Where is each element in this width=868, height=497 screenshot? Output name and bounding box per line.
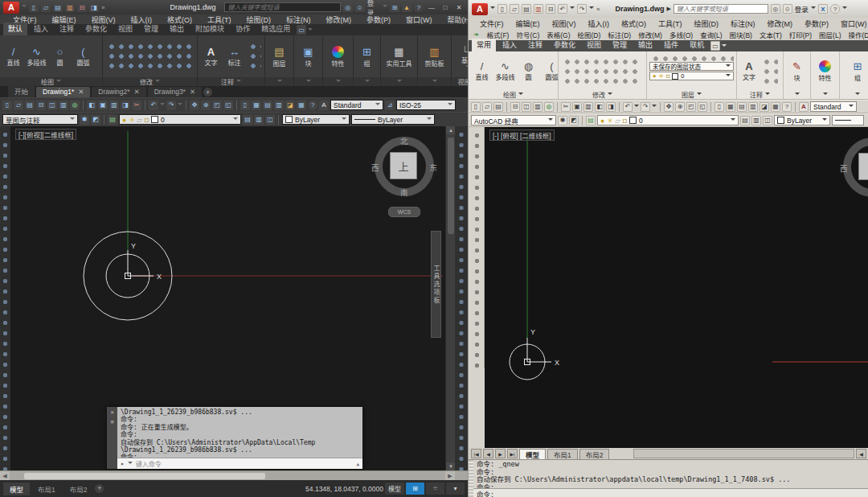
zoom-window-icon[interactable]: ◰ [212,101,222,110]
saveas-icon[interactable]: ▥ [65,2,75,12]
menu-tools[interactable]: 工具(T) [658,18,682,29]
ribbon-tab-home[interactable]: 默认 [3,23,27,35]
designcenter-icon[interactable]: ▦ [252,101,261,110]
prev-tab-icon[interactable]: ◀ [483,449,493,458]
ribbon-tab-output[interactable]: 输出 [633,39,657,51]
text-style-combo[interactable]: Standard [330,100,383,110]
menu2-layer[interactable]: 图层(L) [819,30,841,39]
command-window[interactable]: 命令: _qnew命令:自动保存到 C:\Users\Administrator… [469,459,868,497]
docked-draw-toolbar[interactable] [470,127,485,368]
command-expand-icon[interactable]: ▲ [356,461,359,466]
menu-window[interactable]: 窗口(W) [406,14,432,25]
layer-isolate-icon[interactable]: ▥ [751,116,761,125]
layer-on-bulb-icon[interactable]: ● [600,117,604,125]
group-button[interactable]: ⊞组 [854,60,862,82]
plot-icon[interactable]: ⊟ [546,4,555,14]
text-style-icon[interactable]: A [799,102,809,112]
search-input[interactable] [674,4,768,14]
paste-icon[interactable]: ▥ [109,101,119,110]
dim-style-combo[interactable]: ISO-25 [396,100,456,110]
help-icon[interactable]: ? [782,102,792,112]
ribbon-tab-manage[interactable]: 管理 [139,23,163,35]
toolpalettes-icon[interactable]: ▤ [737,102,747,112]
exchange-apps-icon[interactable]: ▲ [402,2,411,12]
ribbon-tab-annotate[interactable]: 注释 [523,39,547,51]
ribbon-tab-plugins[interactable]: 插件 [659,39,683,51]
viewcube[interactable]: 西 [843,138,868,197]
ribbon-display-icon[interactable]: ▭ [710,41,720,51]
zoom-previous-icon[interactable]: ◱ [223,101,233,110]
new-icon[interactable]: ▯ [2,101,12,110]
layout-tab-layout2[interactable]: 布局2 [63,483,94,495]
annotation-more-grid[interactable] [760,55,778,86]
workspace-combo[interactable]: 草图与注释 [2,114,78,125]
viewcube-top-face[interactable] [858,153,868,180]
utilities-button[interactable]: ▦实用工具 [387,46,412,68]
layer-previous-icon[interactable]: ◫ [265,115,275,125]
layer-properties-icon[interactable]: ▤ [108,115,117,125]
menu-modify[interactable]: 修改(M) [768,18,793,29]
cut-icon[interactable]: ✂ [561,102,571,112]
ribbon-tab-manage[interactable]: 管理 [608,39,632,51]
workspace-settings-gear-icon[interactable]: ✱ [558,116,567,125]
block-button[interactable]: ▣块 [303,46,313,68]
undo-dropdown-icon[interactable] [160,103,165,108]
layer-on-bulb-icon[interactable]: ● [653,72,657,80]
snap-toggle-button[interactable]: ⁘ [426,483,444,495]
panel-layers-label[interactable]: 图层 [682,90,694,99]
compass-north-label[interactable]: 北 [400,135,408,146]
pan-icon[interactable]: ✥ [190,101,199,110]
compass-east-label[interactable]: 东 [429,162,437,173]
quickcalc-icon[interactable]: ▦ [771,102,780,112]
layer-combo[interactable]: ● ✳ ▱ ◘ 0 [119,114,241,125]
search-expand-icon[interactable]: ▶ [666,6,670,12]
menu-file[interactable]: 文件(F) [480,18,504,29]
layers-button[interactable]: ▤图层 [273,46,286,68]
pan-icon[interactable]: ✥ [664,102,674,112]
web-icon[interactable]: ◍ [70,101,80,110]
open-icon[interactable]: ▱ [482,102,492,112]
menu2-block[interactable]: 图块(B) [730,30,752,39]
menu2-operate[interactable]: 操作(D) [848,30,868,39]
first-tab-icon[interactable]: |◀ [471,449,481,458]
compass-south-label[interactable]: 南 [400,187,408,198]
app-logo-icon[interactable]: A [3,2,19,14]
dimension-tool[interactable]: ↔标注 [223,46,245,67]
help-icon[interactable]: ? [308,101,317,110]
layer-properties-icon[interactable]: ▤ [586,116,596,125]
web-icon[interactable]: ◍ [544,102,554,112]
quickcalc-icon[interactable]: ▦ [297,101,306,110]
text-style-combo[interactable]: Standard [810,101,857,112]
panel-annotation-label[interactable]: 注释 [221,77,234,86]
undo-icon[interactable]: ↶ [558,4,567,14]
block-editor-icon[interactable]: ◨ [606,102,616,112]
command-input[interactable]: ▸ 键入命令 ▲ [117,458,362,469]
layer-previous-icon[interactable]: ◫ [763,116,772,125]
qat-more-icon[interactable]: » [101,4,104,11]
menu-parametric[interactable]: 参数(P) [805,18,829,29]
zoom-window-icon[interactable]: ◰ [686,102,696,112]
new-tab-button[interactable]: + [203,88,212,97]
toolpalettes-icon[interactable]: ▤ [263,101,272,110]
linetype-combo[interactable]: ByLayer [351,114,435,125]
publish-icon[interactable]: ▥ [59,101,68,110]
arc-tool[interactable]: (圆弧 [72,46,94,67]
menu-modify[interactable]: 修改(M) [326,14,352,25]
wcs-menu[interactable]: WCS [388,207,420,217]
circle-tool[interactable]: ◍圆 [518,60,539,81]
save-icon[interactable]: ▤ [25,101,35,110]
layout-tab-model[interactable]: 模型 [519,449,546,459]
menu-view[interactable]: 视图(V) [552,18,576,29]
customization-menu-button[interactable]: ▾ [446,483,465,495]
modify-tools-grid[interactable] [105,40,192,72]
redo-icon[interactable]: ↷ [641,102,650,112]
new-layout-button[interactable]: + [95,484,104,493]
layer-tools-row[interactable] [649,52,734,61]
layer-on-bulb-icon[interactable]: ● [122,116,126,124]
match-properties-icon[interactable]: ◧ [87,101,96,110]
menu2-text[interactable]: 文本(T) [760,30,782,39]
logo-dropdown-icon[interactable] [22,5,27,10]
redo-icon[interactable]: ↷ [166,101,176,110]
line-tool[interactable]: /直线 [471,60,493,81]
menu-edit[interactable]: 编辑(E) [516,18,540,29]
